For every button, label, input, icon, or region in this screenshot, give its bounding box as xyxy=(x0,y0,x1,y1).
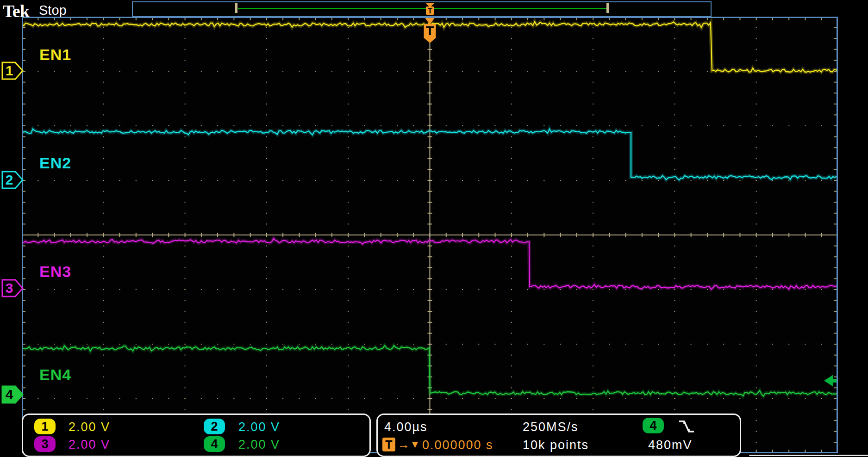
falling-edge-icon xyxy=(678,419,695,434)
record-length: 10k points xyxy=(523,438,589,452)
channel-label-EN1: EN1 xyxy=(39,46,71,64)
side-menu-edge xyxy=(749,455,868,456)
trigger-position-pennant-preview[interactable]: T xyxy=(424,2,437,16)
svg-text:T: T xyxy=(426,24,434,38)
sample-rate: 250MS/s xyxy=(523,420,579,434)
channel-4-scale: 2.00 V xyxy=(238,438,280,452)
acquisition-status: Stop xyxy=(39,3,67,18)
window-bracket-right[interactable] xyxy=(606,3,609,13)
channel-3-position-marker[interactable]: 3 xyxy=(1,278,24,299)
trigger-t-badge[interactable]: T xyxy=(382,438,395,451)
svg-text:T: T xyxy=(428,7,432,15)
svg-text:3: 3 xyxy=(6,280,13,296)
window-bracket-left[interactable] xyxy=(235,3,237,13)
arrow-right-icon: → xyxy=(397,438,410,452)
trigger-position-value: 0.000000 s xyxy=(422,438,493,452)
channel-label-EN3: EN3 xyxy=(39,263,71,281)
svg-text:4: 4 xyxy=(6,387,13,402)
waveform-display: T xyxy=(22,17,838,453)
trigger-marker-icon: ▼ xyxy=(410,439,420,450)
channel-label-EN2: EN2 xyxy=(39,154,71,172)
channel-3-scale: 2.00 V xyxy=(69,438,110,452)
trigger-source-badge[interactable]: 4 xyxy=(643,418,664,433)
trigger-level-value: 480mV xyxy=(648,438,693,452)
acquired-window-line xyxy=(238,8,606,9)
graticule: T xyxy=(22,17,838,453)
channel-4-position-marker[interactable]: 4 xyxy=(1,384,24,405)
channel-2-position-marker[interactable]: 2 xyxy=(1,169,24,191)
horizontal-trigger-readout: 4.00µs 250MS/s 4 T → ▼ 0.000000 s 10k po… xyxy=(376,414,741,457)
vertical-scale-readout: 1 2.00 V 2 2.00 V 3 2.00 V 4 2.00 V xyxy=(22,414,371,457)
svg-text:1: 1 xyxy=(6,63,13,78)
timebase-scale: 4.00µs xyxy=(384,420,428,434)
channel-1-badge[interactable]: 1 xyxy=(34,419,56,434)
oscilloscope-screen: Tek Stop T T 1EN12EN23EN34EN4 1 2.00 V 2… xyxy=(0,0,868,457)
channel-label-EN4: EN4 xyxy=(39,366,71,384)
svg-text:2: 2 xyxy=(6,172,13,187)
channel-1-position-marker[interactable]: 1 xyxy=(1,60,24,81)
channel-4-badge[interactable]: 4 xyxy=(204,436,225,452)
channel-3-badge[interactable]: 3 xyxy=(34,436,56,452)
channel-2-scale: 2.00 V xyxy=(238,420,280,434)
channel-2-badge[interactable]: 2 xyxy=(204,419,225,434)
record-preview-bar: T xyxy=(132,1,712,17)
channel-1-scale: 2.00 V xyxy=(69,420,110,434)
